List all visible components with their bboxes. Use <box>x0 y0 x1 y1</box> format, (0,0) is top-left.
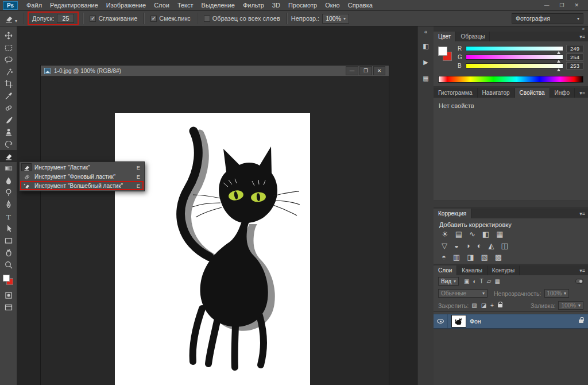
sample-all-layers-checkbox-group[interactable]: Образец со всех слоев <box>204 15 280 22</box>
shape-tool-button[interactable] <box>0 234 17 247</box>
adjustment-filter-icon[interactable]: ◐ <box>473 278 477 284</box>
screen-mode-button[interactable] <box>0 301 17 313</box>
document-image[interactable] <box>115 113 310 385</box>
fill-dropdown[interactable]: 100% ▾ <box>558 301 583 310</box>
tab-navigator[interactable]: Навигатор <box>478 88 515 98</box>
adjustment-selective-color-icon[interactable]: ▧ <box>481 253 488 262</box>
menu-view[interactable]: Просмотр <box>284 0 321 10</box>
layer-row-background[interactable]: Фон <box>434 314 588 329</box>
adjustment-color-balance-icon[interactable]: ◑ <box>466 241 470 251</box>
app-minimize-button[interactable]: — <box>540 2 552 9</box>
menu-3d[interactable]: 3D <box>268 0 284 10</box>
workspace-switcher[interactable]: Фотография ▾ <box>512 13 583 24</box>
panel-menu-icon[interactable]: ▾≡ <box>579 209 588 218</box>
eyedropper-tool-button[interactable] <box>0 90 17 102</box>
menu-window[interactable]: Окно <box>321 0 344 10</box>
hand-tool-button[interactable] <box>0 247 17 259</box>
tab-swatches[interactable]: Образцы <box>456 32 490 41</box>
magic-wand-tool-button[interactable] <box>0 66 17 78</box>
smart-object-filter-icon[interactable]: ▦ <box>494 278 500 284</box>
adjustment-levels-icon[interactable]: ▤ <box>455 230 462 239</box>
panel-menu-icon[interactable]: ▾≡ <box>579 32 588 41</box>
filter-toggle-switch[interactable] <box>575 279 583 284</box>
adjustment-color-lookup-icon[interactable]: ▦ <box>496 230 503 239</box>
adjustment-hue-saturation-icon[interactable]: ◒ <box>454 241 459 251</box>
tab-info[interactable]: Инфо <box>550 88 575 98</box>
history-brush-tool-button[interactable] <box>0 138 17 150</box>
layer-visibility-toggle[interactable] <box>434 314 448 328</box>
lock-position-icon[interactable]: + <box>490 302 494 309</box>
channel-g-slider[interactable] <box>466 55 563 60</box>
color-swatches[interactable] <box>434 44 457 73</box>
slider-thumb[interactable] <box>557 68 560 71</box>
flyout-item-magic-eraser[interactable]: Инструмент "Волшебный ластик" E <box>20 181 144 190</box>
lock-transparency-icon[interactable]: ▨ <box>471 302 477 309</box>
adjustment-curves-icon[interactable]: ∿ <box>469 230 475 239</box>
lock-all-icon[interactable] <box>498 304 502 307</box>
crop-tool-button[interactable] <box>0 78 17 90</box>
panel-menu-icon[interactable]: ▾≡ <box>579 88 588 98</box>
adjustment-posterize-icon[interactable]: ▥ <box>453 253 460 262</box>
tool-preset-picker[interactable]: ▾ <box>2 13 19 25</box>
actions-panel-icon[interactable]: ▶ <box>420 57 432 67</box>
foreground-color-swatch[interactable] <box>3 275 10 282</box>
type-filter-icon[interactable]: T <box>480 278 483 284</box>
pen-tool-button[interactable] <box>0 198 17 210</box>
pixel-filter-icon[interactable]: ▣ <box>464 278 469 284</box>
collapse-dock-icon[interactable]: « <box>582 26 585 32</box>
doc-restore-button[interactable]: ❐ <box>359 66 372 75</box>
brush-tool-button[interactable] <box>0 114 17 126</box>
gradient-tool-button[interactable] <box>0 162 17 174</box>
tab-color[interactable]: Цвет <box>434 32 456 41</box>
layer-thumbnail[interactable] <box>452 315 466 327</box>
menu-select[interactable]: Выделение <box>198 0 239 10</box>
type-tool-button[interactable]: T <box>0 210 17 222</box>
marquee-tool-button[interactable] <box>0 41 17 53</box>
layer-opacity-dropdown[interactable]: 100% ▾ <box>544 289 570 298</box>
foreground-background-swatches[interactable] <box>0 273 17 289</box>
menu-edit[interactable]: Редактирование <box>46 0 102 10</box>
tab-layers[interactable]: Слои <box>434 265 457 275</box>
app-restore-button[interactable]: ❐ <box>556 2 567 9</box>
tab-histogram[interactable]: Гистограмма <box>434 88 478 98</box>
contiguous-checkbox-group[interactable]: ✓ Смеж.пикс <box>150 15 190 22</box>
tab-adjustments[interactable]: Коррекция <box>434 209 471 218</box>
channel-g-value[interactable]: 254 <box>566 53 583 61</box>
slider-thumb[interactable] <box>557 51 560 54</box>
channel-b-slider[interactable] <box>466 63 563 68</box>
document-title-bar[interactable]: 1-0.jpg @ 100% (RGB/8#) — ❐ ✕ <box>41 66 389 76</box>
tool-presets-panel-icon[interactable]: ▦ <box>420 73 432 83</box>
app-close-button[interactable]: ✕ <box>571 2 582 9</box>
adjustment-gradient-map-icon[interactable]: ▩ <box>495 253 502 262</box>
doc-minimize-button[interactable]: — <box>346 66 359 75</box>
dodge-tool-button[interactable] <box>0 186 17 198</box>
layer-filter-dropdown[interactable]: Вид ▾ <box>438 277 459 286</box>
adjustment-brightness-contrast-icon[interactable]: ☀ <box>442 230 448 239</box>
clone-stamp-tool-button[interactable] <box>0 126 17 138</box>
adjustment-black-white-icon[interactable]: ◐ <box>477 241 482 251</box>
menu-layers[interactable]: Слои <box>150 0 173 10</box>
move-tool-button[interactable] <box>0 29 17 41</box>
tab-channels[interactable]: Каналы <box>457 265 488 275</box>
flyout-item-background-eraser[interactable]: Инструмент "Фоновый ластик" E <box>20 172 144 181</box>
antialias-checkbox-group[interactable]: ✓ Сглаживание <box>90 15 137 22</box>
channel-r-slider[interactable] <box>466 46 563 51</box>
slider-thumb[interactable] <box>557 60 560 63</box>
shape-filter-icon[interactable]: ▱ <box>487 278 492 284</box>
color-spectrum-ramp[interactable] <box>438 76 583 83</box>
adjustment-vibrance-icon[interactable]: ▽ <box>442 241 447 251</box>
adjustment-threshold-icon[interactable]: ◨ <box>467 253 474 262</box>
channel-r-value[interactable]: 249 <box>566 45 583 52</box>
lock-pixels-icon[interactable]: ◪ <box>481 302 486 309</box>
adjustment-exposure-icon[interactable]: ◧ <box>482 230 489 239</box>
menu-help[interactable]: Справка <box>344 0 377 10</box>
adjustment-channel-mixer-icon[interactable]: ◫ <box>501 241 508 251</box>
tolerance-input[interactable] <box>57 14 74 23</box>
history-panel-icon[interactable]: ◧ <box>420 41 432 51</box>
healing-brush-tool-button[interactable] <box>0 102 17 114</box>
lasso-tool-button[interactable] <box>0 53 17 66</box>
opacity-dropdown[interactable]: 100% ▾ <box>322 14 349 24</box>
antialias-checkbox[interactable]: ✓ <box>90 16 96 22</box>
blend-mode-dropdown[interactable]: Обычные ▾ <box>438 289 488 298</box>
channel-b-value[interactable]: 253 <box>566 62 583 70</box>
